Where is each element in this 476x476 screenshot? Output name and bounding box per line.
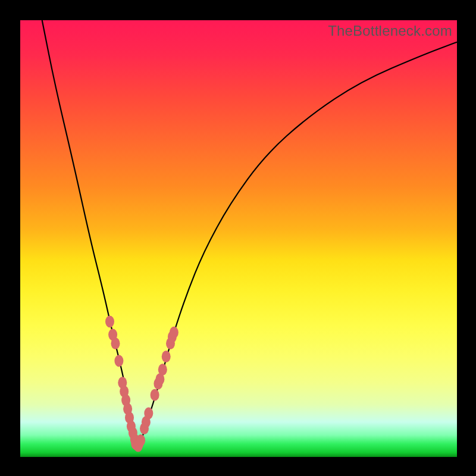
data-marker [111, 337, 120, 349]
data-marker [162, 350, 171, 362]
marker-group [105, 316, 178, 452]
data-marker [158, 364, 167, 375]
data-marker [170, 327, 178, 339]
data-marker [105, 316, 114, 328]
data-marker [151, 389, 159, 401]
data-marker [136, 434, 145, 446]
data-marker [114, 355, 123, 367]
curve-layer [20, 20, 457, 457]
plot-area: TheBottleneck.com [20, 20, 457, 457]
bottleneck-curve [42, 20, 457, 444]
chart-frame: TheBottleneck.com [0, 0, 476, 476]
data-marker [144, 408, 153, 419]
